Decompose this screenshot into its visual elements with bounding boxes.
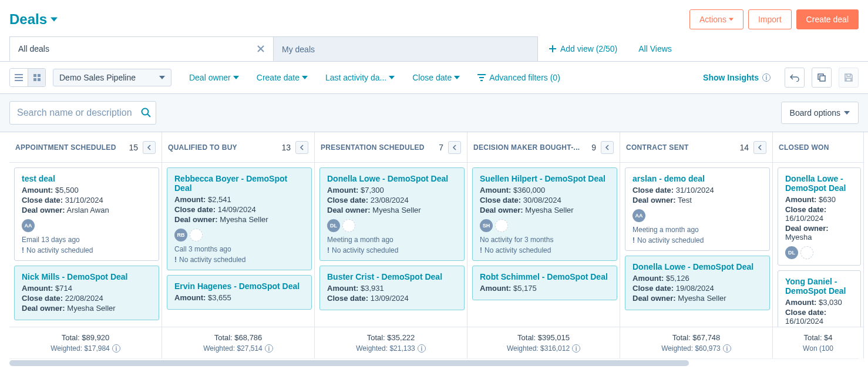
deal-card[interactable]: Ervin Hagenes - DemoSpot DealAmount: $3,… xyxy=(167,275,312,310)
deal-title: Yong Daniel - DemoSpot Deal xyxy=(785,277,853,296)
save-icon xyxy=(845,73,853,82)
tab-all-deals[interactable]: All deals xyxy=(9,36,274,61)
column-body[interactable]: Rebbecca Boyer - DemoSpot DealAmount: $2… xyxy=(162,163,314,327)
chevron-left-icon xyxy=(147,145,152,150)
deal-close-date: Close date: 31/10/2024 xyxy=(22,196,152,204)
board-view-button[interactable] xyxy=(28,69,45,86)
column-weighted: Weighted: $27,514 i xyxy=(168,344,308,353)
column-header: QUALIFIED TO BUY 13 xyxy=(162,132,314,163)
column-collapse-button[interactable] xyxy=(295,141,308,154)
search-input[interactable] xyxy=(9,101,156,125)
avatar: AA xyxy=(22,219,35,232)
tab-my-deals[interactable]: My deals xyxy=(274,36,538,61)
column-won: Won (100 xyxy=(779,344,857,353)
undo-button[interactable] xyxy=(785,68,805,88)
create-date-filter[interactable]: Create date xyxy=(257,73,308,82)
list-view-button[interactable] xyxy=(10,69,28,86)
column-title: APPOINTMENT SCHEDULED xyxy=(15,143,124,152)
advanced-filters-button[interactable]: Advanced filters (0) xyxy=(477,73,560,82)
show-insights-button[interactable]: Show Insights i xyxy=(703,73,771,82)
deal-close-date: Close date: 30/08/2024 xyxy=(480,196,610,204)
column-body[interactable]: Donella Lowe - DemoSpot DealAmount: $630… xyxy=(773,163,863,327)
search-icon[interactable] xyxy=(141,108,152,118)
svg-rect-2 xyxy=(33,78,36,81)
column-collapse-button[interactable] xyxy=(753,141,766,154)
close-date-filter[interactable]: Close date xyxy=(412,73,460,82)
deal-title: Donella Lowe - DemoSpot Deal xyxy=(327,174,457,183)
deal-card[interactable]: Rebbecca Boyer - DemoSpot DealAmount: $2… xyxy=(167,167,312,270)
caret-down-icon xyxy=(454,75,460,80)
caret-down-icon xyxy=(389,75,395,80)
company-icon xyxy=(342,219,355,232)
horizontal-scrollbar[interactable] xyxy=(9,358,859,367)
grid-icon xyxy=(33,74,41,81)
deal-card[interactable]: Donella Lowe - DemoSpot DealAmount: $7,3… xyxy=(319,167,465,261)
deal-card[interactable]: Donella Lowe - DemoSpot DealAmount: $630… xyxy=(778,167,861,266)
no-activity-label: No activity scheduled xyxy=(480,246,610,254)
import-button[interactable]: Import xyxy=(748,9,792,29)
caret-down-icon xyxy=(844,111,850,115)
avatar: RB xyxy=(174,229,187,241)
deal-owner: Deal owner: Test xyxy=(633,196,762,204)
svg-rect-1 xyxy=(38,74,41,77)
last-activity-filter[interactable]: Last activity da... xyxy=(325,73,395,82)
column-title: CONTRACT SENT xyxy=(626,143,735,152)
info-icon: i xyxy=(762,73,771,82)
column-collapse-button[interactable] xyxy=(143,141,156,154)
scrollbar-thumb[interactable] xyxy=(9,360,689,366)
column-header: PRESENTATION SCHEDULED 7 xyxy=(315,132,467,163)
deal-title: test deal xyxy=(22,174,152,183)
column-count: 7 xyxy=(439,143,443,152)
info-icon: i xyxy=(572,344,580,353)
deal-amount: Amount: $714 xyxy=(22,284,152,293)
deal-card[interactable]: Donella Lowe - DemoSpot DealAmount: $5,1… xyxy=(625,256,770,310)
page-title-dropdown[interactable]: Deals xyxy=(9,11,58,28)
deal-card[interactable]: Suellen Hilpert - DemoSpot DealAmount: $… xyxy=(472,167,617,261)
column-title: QUALIFIED TO BUY xyxy=(168,143,277,152)
column-footer: Total: $35,222 Weighted: $21,133 i xyxy=(315,327,467,358)
deal-card[interactable]: Robt Schimmel - DemoSpot DealAmount: $5,… xyxy=(472,266,617,300)
column-body[interactable]: Suellen Hilpert - DemoSpot DealAmount: $… xyxy=(467,163,620,327)
deal-amount: Amount: $5,500 xyxy=(22,186,152,194)
deal-close-date: Close date: 22/08/2024 xyxy=(22,294,152,303)
all-views-link[interactable]: All Views xyxy=(628,36,682,61)
column-body[interactable]: test dealAmount: $5,500Close date: 31/10… xyxy=(9,163,162,327)
close-icon[interactable] xyxy=(257,45,265,53)
deal-card[interactable]: Nick Mills - DemoSpot DealAmount: $714Cl… xyxy=(14,266,159,320)
deal-title: Donella Lowe - DemoSpot Deal xyxy=(785,174,853,193)
board-options-button[interactable]: Board options xyxy=(781,102,859,124)
pipeline-select[interactable]: Demo Sales Pipeline xyxy=(53,69,171,86)
deal-close-date: Close date: 13/09/2024 xyxy=(327,294,457,303)
deal-owner: Deal owner: Myesha Seller xyxy=(480,206,610,214)
avatar: AA xyxy=(633,209,645,222)
column-weighted: Weighted: $17,984 i xyxy=(15,344,156,353)
deal-title: Buster Crist - DemoSpot Deal xyxy=(327,272,457,281)
deal-amount: Amount: $360,000 xyxy=(480,186,610,194)
actions-button[interactable]: Actions xyxy=(689,9,743,29)
create-deal-button[interactable]: Create deal xyxy=(796,9,859,29)
deal-card[interactable]: test dealAmount: $5,500Close date: 31/10… xyxy=(14,167,159,261)
save-button xyxy=(839,68,859,88)
add-view-button[interactable]: Add view (2/50) xyxy=(538,36,628,61)
deal-card[interactable]: Buster Crist - DemoSpot DealAmount: $3,9… xyxy=(319,266,465,310)
column-body[interactable]: Donella Lowe - DemoSpot DealAmount: $7,3… xyxy=(315,163,467,327)
filter-icon xyxy=(477,74,486,81)
deal-owner-filter[interactable]: Deal owner xyxy=(189,73,239,82)
deal-close-date: Close date: 23/08/2024 xyxy=(327,196,457,204)
column-collapse-button[interactable] xyxy=(448,141,461,154)
copy-button[interactable] xyxy=(812,68,832,88)
kanban-board[interactable]: APPOINTMENT SCHEDULED 15 test dealAmount… xyxy=(0,132,868,358)
column-collapse-button[interactable] xyxy=(601,141,614,154)
caret-down-icon xyxy=(729,18,734,21)
deal-owner: Deal owner: Myesha Seller xyxy=(327,206,457,214)
deal-title: Nick Mills - DemoSpot Deal xyxy=(22,272,152,281)
column-footer: Total: $395,015 Weighted: $316,012 i xyxy=(467,327,620,358)
column-body[interactable]: arslan - demo dealClose date: 31/10/2024… xyxy=(620,163,772,327)
info-icon: i xyxy=(265,344,273,353)
deal-card[interactable]: Yong Daniel - DemoSpot DealAmount: $3,03… xyxy=(778,270,861,327)
deal-amount: Amount: $2,541 xyxy=(174,195,304,204)
info-icon: i xyxy=(112,344,120,353)
column-weighted: Weighted: $60,973 i xyxy=(626,344,766,353)
deal-card[interactable]: arslan - demo dealClose date: 31/10/2024… xyxy=(625,167,770,251)
column-header: CLOSED WON xyxy=(773,132,863,163)
